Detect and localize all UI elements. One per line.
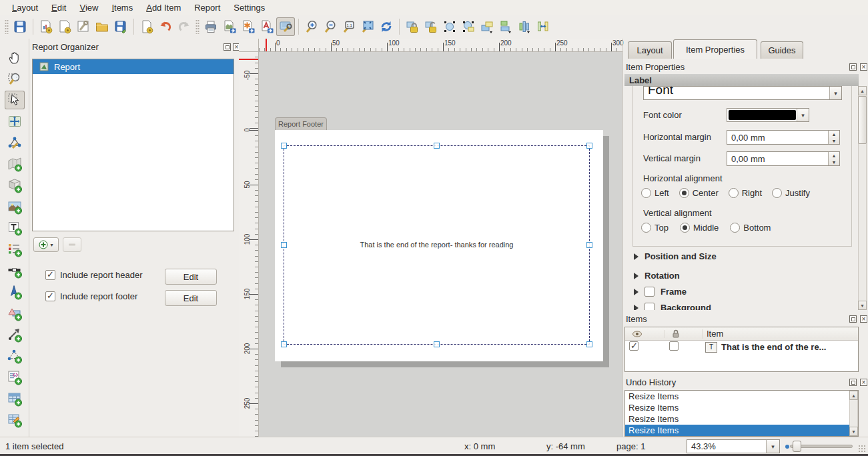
radio-left[interactable]	[641, 188, 651, 198]
resize-handle-sw[interactable]	[281, 341, 287, 347]
panel-float-icon[interactable]	[849, 63, 857, 71]
selected-label-item[interactable]: That is the end of the report- thanks fo…	[284, 145, 590, 345]
export-svg-button[interactable]	[239, 17, 258, 36]
raise-items-button[interactable]	[478, 17, 496, 36]
unlock-items-button[interactable]	[422, 17, 440, 36]
horizontal-margin-input[interactable]: 0,00 mm ▲▼	[727, 130, 840, 145]
resize-handle-s[interactable]	[434, 341, 440, 347]
spin-up-icon[interactable]: ▲	[829, 131, 839, 137]
panel-float-icon[interactable]	[224, 43, 231, 51]
menu-item-items[interactable]: Items	[105, 1, 139, 14]
section-background[interactable]: Background	[634, 303, 711, 310]
font-dropdown-arrow-icon[interactable]: ▾	[829, 87, 841, 99]
lock-items-button[interactable]	[403, 17, 422, 36]
toolbar-grip[interactable]	[5, 19, 9, 34]
refresh-button[interactable]	[377, 17, 396, 36]
add-3d-map-button[interactable]	[5, 176, 25, 195]
resize-handle-ne[interactable]	[586, 143, 592, 149]
redo-button[interactable]	[175, 17, 193, 36]
frame-checkbox[interactable]	[644, 287, 655, 297]
vertical-margin-spinner[interactable]: ▲▼	[828, 152, 839, 165]
resize-items-button[interactable]	[534, 17, 552, 36]
menu-item-layout[interactable]: Layout	[5, 1, 45, 14]
section-frame[interactable]: Frame	[634, 287, 687, 297]
undo-button[interactable]	[156, 17, 175, 36]
edit-nodes-tool-button[interactable]	[5, 133, 25, 152]
zoom-out-button[interactable]	[321, 17, 340, 36]
item-properties-scrollbar[interactable]: ▲ ▼	[858, 86, 867, 310]
deselect-all-button[interactable]	[459, 17, 478, 36]
menu-item-edit[interactable]: Edit	[45, 1, 73, 14]
scrollbar-thumb[interactable]	[858, 96, 867, 144]
add-picture-button[interactable]	[5, 197, 25, 216]
scroll-down-icon[interactable]: ▼	[858, 301, 867, 310]
pan-tool-button[interactable]	[5, 48, 25, 67]
spin-up-icon[interactable]: ▲	[829, 152, 839, 159]
add-fixed-table-button[interactable]	[5, 411, 25, 429]
panel-close-icon[interactable]	[860, 63, 867, 71]
menu-item-settings[interactable]: Settings	[227, 1, 272, 14]
undo-history-list[interactable]: Resize Items Resize Items Resize Items R…	[624, 390, 859, 437]
section-rotation[interactable]: Rotation	[634, 271, 680, 281]
export-pdf-button[interactable]	[258, 17, 276, 36]
scroll-down-icon[interactable]: ▼	[849, 427, 858, 436]
panel-float-icon[interactable]	[849, 379, 857, 386]
add-scalebar-button[interactable]	[5, 261, 25, 280]
report-tree[interactable]: Report	[32, 59, 234, 231]
add-attribute-table-button[interactable]	[5, 389, 25, 408]
move-content-tool-button[interactable]	[5, 112, 25, 131]
item-visible-checkbox[interactable]	[629, 341, 638, 351]
add-label-button[interactable]	[5, 219, 25, 237]
background-checkbox[interactable]	[644, 303, 655, 310]
panel-float-icon[interactable]	[849, 315, 857, 323]
radio-right[interactable]	[729, 188, 739, 198]
add-node-item-button[interactable]	[5, 347, 25, 365]
add-section-button[interactable]: ▾	[33, 237, 59, 252]
zoom-full-button[interactable]	[358, 17, 377, 36]
select-item-tool-button[interactable]	[5, 91, 25, 109]
undo-entry[interactable]: Resize Items	[625, 402, 858, 413]
font-color-swatch[interactable]: ▾	[727, 108, 809, 122]
export-image-button[interactable]	[220, 17, 239, 36]
section-position-and-size[interactable]: Position and Size	[634, 251, 717, 261]
font-color-dropdown-arrow-icon[interactable]: ▾	[797, 109, 809, 121]
edit-footer-button[interactable]: Edit	[165, 290, 217, 306]
toolbar-grip[interactable]	[195, 19, 199, 34]
undo-entry-selected[interactable]: Resize Items	[625, 425, 858, 436]
save-as-template-button[interactable]	[111, 17, 130, 36]
items-table[interactable]: Item T That is the end of the re...	[624, 327, 859, 372]
panel-close-icon[interactable]	[860, 315, 867, 323]
tab-item-properties[interactable]: Item Properties	[673, 39, 757, 59]
radio-middle[interactable]	[680, 223, 690, 233]
menu-item-report[interactable]: Report	[187, 1, 227, 14]
duplicate-report-button[interactable]	[55, 17, 74, 36]
report-tree-item[interactable]: Report	[33, 59, 234, 74]
distribute-items-button[interactable]	[515, 17, 534, 36]
edit-header-button[interactable]: Edit	[165, 269, 217, 285]
scroll-up-icon[interactable]: ▲	[858, 86, 867, 95]
include-header-checkbox[interactable]	[45, 270, 55, 280]
save-project-button[interactable]	[11, 17, 29, 36]
panel-close-icon[interactable]	[860, 379, 867, 386]
font-button[interactable]: Font ▾	[643, 86, 842, 100]
radio-justify[interactable]	[772, 188, 782, 198]
lock-column-header[interactable]	[665, 329, 703, 339]
resize-handle-se[interactable]	[586, 341, 592, 347]
include-footer-checkbox[interactable]	[45, 291, 55, 301]
resize-handle-n[interactable]	[434, 143, 440, 149]
zoom-level-combobox[interactable]: 43.3% ▾	[687, 439, 780, 453]
items-table-row[interactable]: T That is the end of the re...	[625, 341, 858, 353]
scroll-up-icon[interactable]: ▲	[849, 391, 858, 400]
open-folder-button[interactable]	[93, 17, 111, 36]
item-column-header[interactable]: Item	[703, 329, 723, 339]
window-resize-grip[interactable]	[858, 445, 866, 453]
radio-center[interactable]	[679, 188, 689, 198]
add-html-button[interactable]	[5, 368, 25, 387]
undo-entry[interactable]: Resize Items	[625, 391, 858, 402]
report-settings-button[interactable]	[74, 17, 93, 36]
print-button[interactable]	[201, 17, 220, 36]
add-arrow-button[interactable]	[5, 325, 25, 344]
tab-guides[interactable]: Guides	[761, 41, 803, 59]
undo-history-scrollbar[interactable]: ▲ ▼	[849, 391, 858, 436]
undo-entry[interactable]: Resize Items	[625, 413, 858, 425]
